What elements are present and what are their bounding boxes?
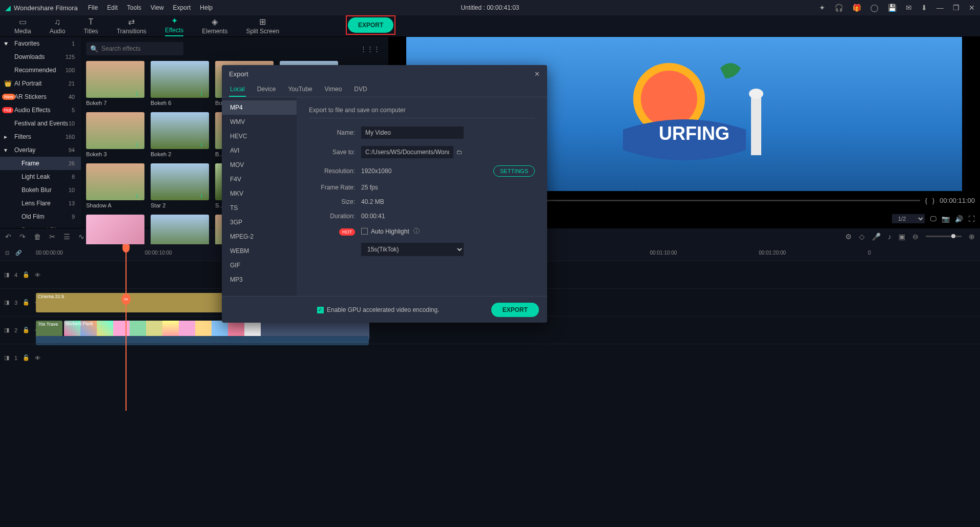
link-icon[interactable]: 🔗 bbox=[15, 250, 22, 256]
gift-icon[interactable]: 🎁 bbox=[852, 4, 861, 12]
track-toggle-icon[interactable]: ◨ bbox=[4, 354, 9, 361]
mic-icon[interactable]: 🎤 bbox=[872, 233, 881, 241]
sidebar-item-damagedfilm[interactable]: Damaged Film5 bbox=[0, 223, 81, 228]
sidebar-item-lensflare[interactable]: Lens Flare13 bbox=[0, 197, 81, 210]
track-toggle-icon[interactable]: ◨ bbox=[4, 271, 9, 278]
delete-icon[interactable]: 🗑 bbox=[34, 233, 41, 241]
format-3gp[interactable]: 3GP bbox=[222, 215, 297, 229]
menu-edit[interactable]: Edit bbox=[107, 4, 118, 11]
sidebar-item-audio-effects[interactable]: HotAudio Effects5 bbox=[0, 103, 81, 117]
export-tab-vimeo[interactable]: Vimeo bbox=[324, 82, 343, 97]
zoom-slider[interactable] bbox=[926, 236, 962, 237]
crop-icon[interactable]: ▣ bbox=[899, 233, 905, 241]
tab-audio[interactable]: ♫ Audio bbox=[40, 15, 75, 37]
audio-waveform-icon[interactable]: ∿ bbox=[78, 233, 85, 241]
tab-elements[interactable]: ◈ Elements bbox=[193, 15, 237, 37]
star-icon[interactable]: ✦ bbox=[819, 4, 825, 12]
export-tab-youtube[interactable]: YouTube bbox=[287, 82, 313, 97]
menu-file[interactable]: File bbox=[88, 4, 98, 11]
effect-card[interactable]: ↓Star 2 bbox=[151, 163, 209, 208]
gear-icon[interactable]: ⚙ bbox=[845, 233, 852, 241]
menu-export[interactable]: Export bbox=[173, 4, 191, 11]
track-toggle-icon[interactable]: ◨ bbox=[4, 299, 9, 306]
mail-icon[interactable]: ✉ bbox=[906, 4, 912, 12]
gpu-checkbox[interactable] bbox=[317, 307, 324, 313]
format-hevc[interactable]: HEVC bbox=[222, 129, 297, 143]
menu-view[interactable]: View bbox=[151, 4, 164, 11]
format-webm[interactable]: WEBM bbox=[222, 244, 297, 258]
brace-right-icon[interactable]: } bbox=[932, 197, 934, 204]
sidebar-item-ar-stickers[interactable]: NewAR Stickers40 bbox=[0, 90, 81, 103]
format-mp3[interactable]: MP3 bbox=[222, 272, 297, 287]
format-f4v[interactable]: F4V bbox=[222, 172, 297, 186]
search-input[interactable] bbox=[86, 42, 183, 55]
expand-icon[interactable]: ⛶ bbox=[968, 215, 975, 223]
folder-icon[interactable]: 🗀 bbox=[456, 149, 463, 156]
sidebar-item-overlay[interactable]: ▾Overlay94 bbox=[0, 143, 81, 157]
close-icon[interactable]: ✕ bbox=[534, 70, 540, 78]
sidebar-item-festival[interactable]: Festival and Events10 bbox=[0, 117, 81, 130]
sidebar-item-bokehblur[interactable]: Bokeh Blur10 bbox=[0, 183, 81, 197]
sidebar-item-favorites[interactable]: ♥Favorites1 bbox=[0, 37, 81, 50]
lock-icon[interactable]: 🔓 bbox=[23, 327, 30, 333]
format-avi[interactable]: AVI bbox=[222, 143, 297, 158]
display-icon[interactable]: 🖵 bbox=[930, 215, 936, 223]
resize-icon[interactable]: ⊡ bbox=[5, 250, 9, 256]
marker-icon[interactable]: ◇ bbox=[859, 233, 865, 241]
save-icon[interactable]: 💾 bbox=[888, 4, 896, 12]
format-mov[interactable]: MOV bbox=[222, 158, 297, 172]
help-icon[interactable]: ⓘ bbox=[413, 227, 420, 236]
export-tab-device[interactable]: Device bbox=[256, 82, 277, 97]
track-toggle-icon[interactable]: ◨ bbox=[4, 327, 9, 333]
tab-splitscreen[interactable]: ⊞ Split Screen bbox=[237, 15, 288, 37]
lock-icon[interactable]: 🔓 bbox=[23, 354, 30, 361]
cut-icon[interactable]: ✂ bbox=[49, 233, 55, 241]
zoom-in-icon[interactable]: ⊕ bbox=[969, 233, 975, 241]
undo-icon[interactable]: ↶ bbox=[5, 233, 11, 241]
lock-icon[interactable]: 🔓 bbox=[23, 299, 30, 306]
sidebar-item-frame[interactable]: Frame26 bbox=[0, 157, 81, 170]
grid-view-icon[interactable]: ⋮⋮⋮ bbox=[357, 42, 383, 56]
format-gif[interactable]: GIF bbox=[222, 258, 297, 272]
effect-card[interactable]: ↓Bokeh 2 bbox=[151, 112, 209, 157]
effect-card[interactable]: ↓Bokeh 3 bbox=[86, 112, 144, 157]
sidebar-item-filters[interactable]: ▸Filters160 bbox=[0, 130, 81, 143]
tab-effects[interactable]: ✦ Effects bbox=[156, 14, 193, 38]
menu-tools[interactable]: Tools bbox=[127, 4, 141, 11]
saveto-input[interactable] bbox=[361, 146, 453, 158]
lock-icon[interactable]: 🔓 bbox=[23, 271, 30, 278]
menu-help[interactable]: Help bbox=[200, 4, 213, 11]
snapshot-icon[interactable]: 📷 bbox=[942, 215, 950, 223]
brace-left-icon[interactable]: { bbox=[925, 197, 927, 204]
download-icon[interactable]: ⬇ bbox=[921, 4, 927, 12]
sidebar-item-downloads[interactable]: Downloads125 bbox=[0, 50, 81, 64]
zoom-out-icon[interactable]: ⊖ bbox=[912, 233, 919, 241]
headset-icon[interactable]: 🎧 bbox=[835, 4, 843, 12]
format-mp4[interactable]: MP4 bbox=[222, 100, 297, 115]
volume-icon[interactable]: 🔊 bbox=[955, 215, 963, 223]
zoom-select[interactable]: 1/2 bbox=[892, 214, 925, 223]
gpu-checkbox-row[interactable]: Enable GPU accelerated video encoding. bbox=[317, 306, 439, 313]
music-icon[interactable]: ♪ bbox=[888, 233, 891, 241]
settings-button[interactable]: SETTINGS bbox=[493, 165, 535, 177]
export-tab-dvd[interactable]: DVD bbox=[353, 82, 368, 97]
highlight-preset-select[interactable]: 15s(TikTok) bbox=[361, 243, 464, 256]
redo-icon[interactable]: ↷ bbox=[19, 233, 26, 241]
sidebar-item-oldfilm[interactable]: Old Film9 bbox=[0, 210, 81, 223]
cut-marker[interactable]: ✂ bbox=[121, 293, 131, 305]
export-confirm-button[interactable]: EXPORT bbox=[491, 303, 539, 317]
user-icon[interactable]: ◯ bbox=[870, 4, 879, 12]
playhead[interactable] bbox=[126, 244, 127, 411]
export-button[interactable]: EXPORT bbox=[348, 17, 393, 33]
format-wmv[interactable]: WMV bbox=[222, 115, 297, 129]
name-input[interactable] bbox=[361, 127, 464, 139]
adjust-icon[interactable]: ☰ bbox=[64, 233, 70, 241]
sidebar-item-lightleak[interactable]: Light Leak8 bbox=[0, 170, 81, 183]
effect-card[interactable]: ↓Shadow A bbox=[86, 163, 144, 208]
export-tab-local[interactable]: Local bbox=[229, 82, 246, 97]
tab-transitions[interactable]: ⇄ Transitions bbox=[108, 15, 156, 37]
format-mpeg2[interactable]: MPEG-2 bbox=[222, 229, 297, 244]
format-mkv[interactable]: MKV bbox=[222, 186, 297, 201]
tab-media[interactable]: ▭ Media bbox=[5, 15, 40, 37]
effect-card[interactable]: ↓Bokeh 7 bbox=[86, 61, 144, 106]
